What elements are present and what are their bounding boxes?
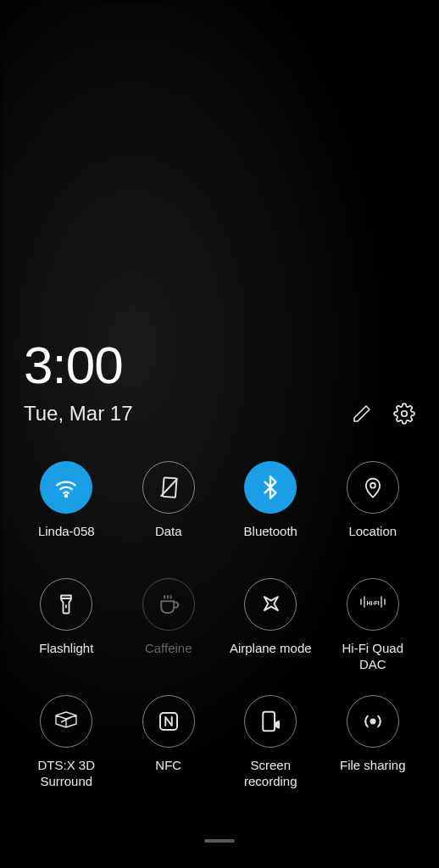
tile-airplane[interactable]: Airplane mode <box>228 578 314 673</box>
tile-bluetooth[interactable]: Bluetooth <box>228 461 314 556</box>
tile-screenrec[interactable]: Screen recording <box>228 695 314 790</box>
tile-wifi[interactable]: Linda-058 <box>24 461 109 556</box>
tile-label: Airplane mode <box>230 641 312 673</box>
tile-data[interactable]: Data <box>126 461 212 556</box>
tile-label: Linda-058 <box>38 524 95 556</box>
tile-label: Screen recording <box>228 758 314 790</box>
settings-button[interactable] <box>393 403 415 425</box>
bluetooth-icon <box>244 461 297 514</box>
tile-label: Bluetooth <box>244 524 297 556</box>
gear-icon <box>393 403 415 425</box>
tile-label: DTS:X 3D Surround <box>24 758 109 790</box>
date-row: Tue, Mar 17 <box>24 402 415 426</box>
svg-point-0 <box>402 411 408 417</box>
tile-hifi[interactable]: HI·FIHi-Fi Quad DAC <box>331 578 416 673</box>
svg-text:HI·FI: HI·FI <box>366 600 379 606</box>
tile-nfc[interactable]: NFC <box>126 695 212 790</box>
tile-label: File sharing <box>340 758 406 790</box>
tile-fileshare[interactable]: File sharing <box>331 695 416 790</box>
tile-flashlight[interactable]: Flashlight <box>24 578 109 673</box>
pencil-icon <box>352 403 372 424</box>
hifi-icon: HI·FI <box>347 578 399 631</box>
location-icon <box>347 461 399 514</box>
tile-label: Hi-Fi Quad DAC <box>331 641 416 673</box>
airplane-icon <box>244 578 297 631</box>
screenrec-icon <box>244 695 297 748</box>
tile-label: NFC <box>155 758 181 790</box>
header-actions <box>351 403 415 425</box>
svg-point-4 <box>370 483 375 488</box>
wifi-icon <box>40 461 92 514</box>
svg-rect-14 <box>264 712 275 732</box>
tile-label: Location <box>348 524 397 556</box>
drag-handle[interactable] <box>204 839 235 843</box>
caffeine-icon <box>142 578 195 631</box>
tile-dts[interactable]: DTS:X 3D Surround <box>24 695 109 790</box>
fileshare-icon <box>347 695 399 748</box>
tile-label: Caffeine <box>145 641 192 673</box>
edit-button[interactable] <box>351 403 373 425</box>
tile-caffeine[interactable]: Caffeine <box>126 578 212 673</box>
svg-point-15 <box>370 720 375 724</box>
clock-time: 3:00 <box>24 0 415 395</box>
tile-label: Flashlight <box>39 641 93 673</box>
nfc-icon <box>142 695 195 748</box>
flashlight-icon <box>40 578 92 631</box>
clock-date: Tue, Mar 17 <box>24 402 133 426</box>
quick-settings-panel: 3:00 Tue, Mar 17 Linda-058DataBluetoothL… <box>0 0 439 868</box>
data-icon <box>142 461 195 514</box>
svg-point-1 <box>65 495 67 497</box>
tile-location[interactable]: Location <box>331 461 416 556</box>
dts-icon <box>40 695 92 748</box>
tiles-grid: Linda-058DataBluetoothLocationFlashlight… <box>24 461 415 790</box>
tile-label: Data <box>155 524 182 556</box>
